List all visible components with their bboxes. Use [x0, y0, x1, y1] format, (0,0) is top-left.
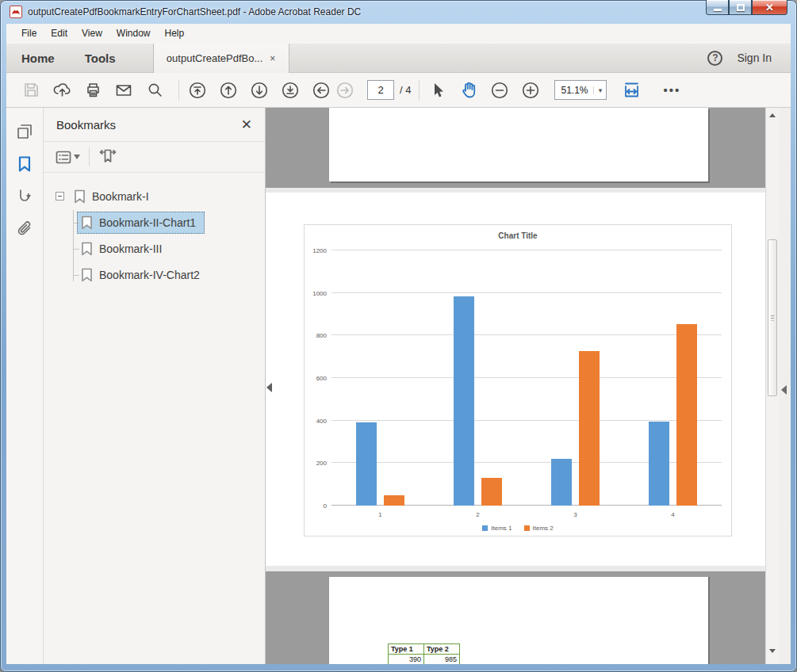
- tab-close-icon[interactable]: ×: [270, 53, 275, 64]
- scroll-down-arrow-icon[interactable]: [769, 649, 776, 653]
- close-button[interactable]: ✕: [752, 0, 787, 15]
- fit-width-button[interactable]: [621, 80, 642, 101]
- chart-bar: [676, 324, 697, 506]
- upload-cloud-button[interactable]: [52, 80, 72, 101]
- panel-toolbar-separator: [89, 147, 90, 166]
- right-pane-strip: [779, 108, 791, 664]
- expand-right-pane-arrow-icon[interactable]: [781, 385, 787, 395]
- menu-item-window[interactable]: Window: [109, 24, 158, 44]
- search-icon[interactable]: [144, 80, 165, 101]
- page-thumbnails-icon[interactable]: [15, 122, 34, 141]
- bookmark-icon: [81, 216, 93, 230]
- table-header-cell: Type 1: [389, 644, 424, 655]
- app-window: outputCreatePdfBookmarkEntryForChartShee…: [0, 0, 797, 672]
- previous-view-button[interactable]: [311, 80, 331, 101]
- legend-swatch-icon: [482, 525, 488, 531]
- restore-button[interactable]: [729, 0, 752, 15]
- bookmarks-panel-icon[interactable]: [15, 155, 34, 174]
- menu-item-view[interactable]: View: [75, 24, 109, 44]
- next-page-button[interactable]: [249, 80, 270, 101]
- tab-document[interactable]: outputCreatePdfBo... ×: [153, 44, 289, 73]
- chart-bar: [356, 422, 377, 506]
- tree-collapse-icon[interactable]: [56, 192, 64, 200]
- chart-x-tick-label: 1: [331, 511, 429, 518]
- main-area: Bookmarks ✕ Bookmark-IBookmark-II-Chart1…: [6, 108, 791, 664]
- chart-bar-groups: [331, 250, 722, 506]
- close-icon: ✕: [765, 2, 774, 13]
- bookmark-item-selected-box[interactable]: Bookmark-II-Chart1: [77, 212, 205, 234]
- sign-in-button[interactable]: Sign In: [737, 52, 772, 64]
- chart-bar: [454, 296, 474, 506]
- bookmark-item[interactable]: Bookmark-IV-Chart2: [44, 262, 265, 288]
- main-toolbar: 2 / 4 51.1% ▾ •••: [6, 73, 791, 108]
- zoom-in-button[interactable]: [520, 80, 541, 101]
- chart-x-tick-label: 4: [624, 511, 722, 518]
- document-pane[interactable]: Chart Title 020040060080010001200 1234 I…: [266, 108, 765, 664]
- bookmark-item-box[interactable]: Bookmark-III: [77, 238, 171, 260]
- chart-y-tick-label: 1200: [312, 247, 327, 254]
- tab-tools[interactable]: Tools: [70, 44, 131, 72]
- toolbar-separator: [419, 80, 420, 101]
- chart-y-tick-label: 800: [316, 332, 327, 339]
- tab-home[interactable]: Home: [6, 44, 70, 72]
- chart-bar-group: [624, 250, 722, 506]
- menu-bar: FileEditViewWindowHelp: [6, 24, 791, 44]
- page-count-label: / 4: [400, 84, 411, 96]
- table-header-cell: Type 2: [424, 644, 460, 655]
- pdf-page-3: Type 1Type 2 390985: [329, 577, 708, 664]
- menu-item-file[interactable]: File: [14, 24, 44, 44]
- title-bar[interactable]: outputCreatePdfBookmarkEntryForChartShee…: [0, 0, 797, 24]
- save-button[interactable]: [21, 80, 41, 101]
- chart-x-tick-label: 2: [429, 511, 527, 518]
- toolbar-separator: [178, 80, 179, 101]
- chart-plot-area: 020040060080010001200: [331, 250, 722, 506]
- acrobat-app-icon: [10, 6, 22, 18]
- select-tool-button[interactable]: [427, 80, 448, 101]
- bookmark-item[interactable]: Bookmark-II-Chart1: [44, 209, 265, 235]
- zoom-level-dropdown[interactable]: 51.1% ▾: [554, 80, 607, 100]
- bookmark-label: Bookmark-IV-Chart2: [99, 269, 200, 281]
- legend-series-name: Items 1: [491, 525, 512, 532]
- first-page-button[interactable]: [187, 80, 208, 101]
- print-button[interactable]: [82, 80, 103, 101]
- vertical-scrollbar[interactable]: [765, 108, 779, 664]
- bar-chart: Chart Title 020040060080010001200 1234 I…: [304, 224, 732, 536]
- table-value-cell: 390: [389, 655, 424, 665]
- scrollbar-thumb[interactable]: [768, 239, 777, 396]
- chart-bar: [384, 495, 404, 506]
- help-icon[interactable]: ?: [707, 51, 722, 66]
- bookmarks-panel-toolbar: [44, 142, 265, 173]
- navigation-rail: [6, 108, 44, 664]
- attachments-icon[interactable]: [15, 220, 34, 239]
- panel-close-icon[interactable]: ✕: [241, 116, 252, 133]
- hand-tool-button[interactable]: [458, 80, 479, 101]
- bookmark-item[interactable]: Bookmark-III: [44, 235, 265, 262]
- zoom-out-button[interactable]: [489, 80, 510, 101]
- minimize-button[interactable]: [706, 0, 729, 15]
- bookmark-options-button[interactable]: [56, 151, 80, 164]
- page-gap: [266, 566, 765, 571]
- bookmark-item[interactable]: Bookmark-I: [44, 183, 265, 209]
- chart-legend-entry: Items 1: [482, 525, 512, 532]
- window-controls: ✕: [706, 0, 787, 15]
- destinations-icon[interactable]: [15, 187, 34, 206]
- bookmark-item-box[interactable]: Bookmark-IV-Chart2: [77, 264, 209, 286]
- chart-title: Chart Title: [305, 231, 731, 240]
- more-tools-button[interactable]: •••: [663, 83, 680, 97]
- next-view-button[interactable]: [335, 80, 355, 101]
- scroll-up-arrow-icon[interactable]: [769, 113, 776, 117]
- chart-y-tick-label: 0: [324, 502, 327, 510]
- last-page-button[interactable]: [280, 80, 301, 101]
- bookmark-icon: [81, 268, 93, 282]
- chart-x-axis-labels: 1234: [331, 511, 722, 518]
- menu-item-help[interactable]: Help: [158, 24, 192, 44]
- email-button[interactable]: [113, 80, 134, 101]
- menu-item-edit[interactable]: Edit: [44, 24, 75, 44]
- collapse-left-panel-arrow-icon[interactable]: [266, 383, 272, 392]
- bookmark-item-box[interactable]: Bookmark-I: [70, 185, 158, 208]
- page-number-input[interactable]: 2: [367, 80, 394, 100]
- expand-current-bookmark-button[interactable]: [98, 147, 117, 166]
- bookmark-icon: [81, 242, 93, 256]
- chart-bar: [481, 478, 502, 506]
- previous-page-button[interactable]: [218, 80, 239, 101]
